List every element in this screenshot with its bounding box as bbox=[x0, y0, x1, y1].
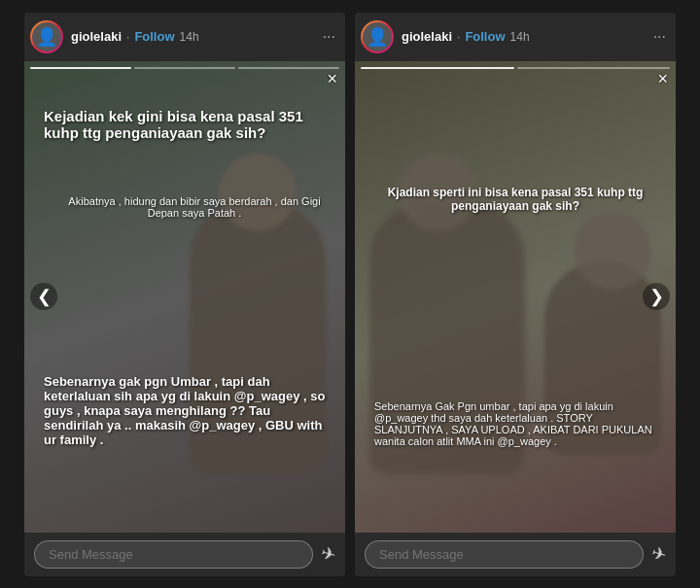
progress-bar-1 bbox=[30, 67, 131, 69]
story-text-bottom-2: Sebenarnya Gak Pgn umbar , tapi apa yg d… bbox=[365, 393, 666, 455]
send-message-input-1[interactable] bbox=[34, 540, 313, 569]
progress-bar-2 bbox=[134, 67, 235, 69]
separator-1: · bbox=[126, 30, 129, 44]
send-icon-1[interactable]: ✈ bbox=[318, 541, 337, 566]
username-1[interactable]: giolelaki bbox=[71, 29, 122, 44]
follow-button-2[interactable]: Follow bbox=[465, 29, 505, 44]
close-button-2[interactable]: × bbox=[657, 69, 668, 89]
send-bar-2: ✈ bbox=[355, 533, 676, 576]
separator-2: · bbox=[457, 30, 460, 44]
time-2: 14h bbox=[510, 30, 530, 44]
more-button-2[interactable]: ··· bbox=[649, 28, 670, 46]
follow-button-1[interactable]: Follow bbox=[134, 29, 174, 44]
main-container: 👤 giolelaki · Follow 14h ··· × ❮ bbox=[0, 0, 700, 588]
progress-bar-2-2 bbox=[517, 67, 671, 69]
nav-left-1[interactable]: ❮ bbox=[30, 283, 57, 310]
story-header-2: 👤 giolelaki · Follow 14h ··· bbox=[355, 13, 676, 61]
send-icon-2[interactable]: ✈ bbox=[648, 541, 668, 566]
story-text-top-2: Kjadian sperti ini bisa kena pasal 351 k… bbox=[365, 178, 666, 221]
progress-bar-3 bbox=[238, 67, 339, 69]
progress-bar-2-1 bbox=[361, 67, 514, 69]
story-panel-1: 👤 giolelaki · Follow 14h ··· × ❮ bbox=[24, 13, 345, 576]
send-message-input-2[interactable] bbox=[365, 540, 644, 569]
story-text-sub-1: Akibatnya , hidung dan bibir saya berdar… bbox=[53, 188, 335, 226]
header-info-2: giolelaki · Follow 14h bbox=[402, 29, 642, 44]
send-bar-1: ✈ bbox=[24, 533, 345, 576]
close-button-1[interactable]: × bbox=[327, 69, 337, 89]
avatar-1[interactable]: 👤 bbox=[30, 20, 63, 53]
story-text-bottom-1: Sebenarnya gak pgn Umbar , tapi dah kete… bbox=[34, 366, 335, 455]
story-text-top-1: Kejadian kek gini bisa kena pasal 351 ku… bbox=[34, 100, 335, 149]
progress-bar-container-2 bbox=[361, 67, 670, 69]
story-panel-2: 👤 giolelaki · Follow 14h ··· × ❯ bbox=[355, 13, 676, 576]
story-header-1: 👤 giolelaki · Follow 14h ··· bbox=[24, 13, 345, 61]
avatar-2[interactable]: 👤 bbox=[361, 20, 394, 53]
more-button-1[interactable]: ··· bbox=[319, 28, 339, 46]
story-image-1: × ❮ Kejadian kek gini bisa kena pasal 35… bbox=[24, 61, 345, 533]
header-info-1: giolelaki · Follow 14h bbox=[71, 29, 311, 44]
progress-bar-container-1 bbox=[30, 67, 339, 69]
username-2[interactable]: giolelaki bbox=[402, 29, 452, 44]
time-1: 14h bbox=[180, 30, 199, 44]
nav-right-2[interactable]: ❯ bbox=[643, 283, 670, 310]
story-image-2: × ❯ Kjadian sperti ini bisa kena pasal 3… bbox=[355, 61, 676, 533]
